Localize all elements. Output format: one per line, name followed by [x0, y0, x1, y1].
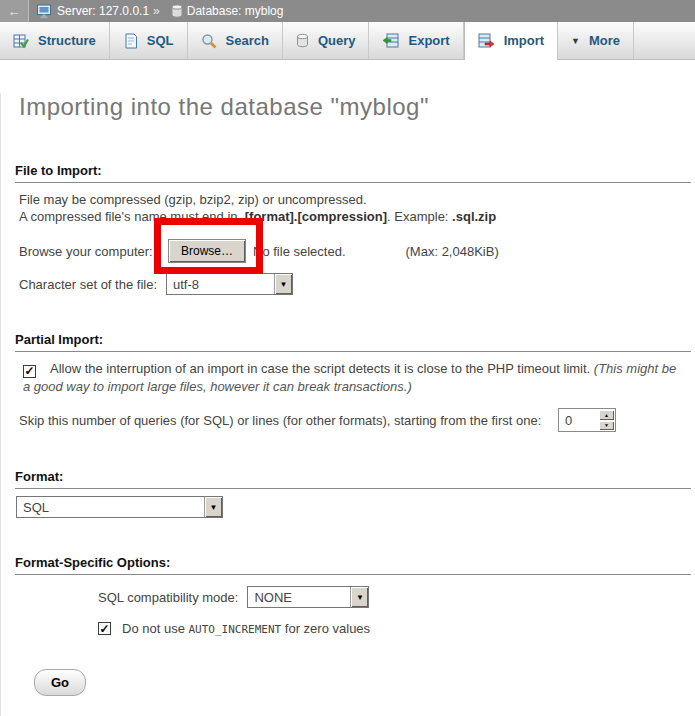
partial-import-option: ✓Allow the interruption of an import in …	[23, 360, 681, 396]
export-icon	[382, 33, 399, 48]
skip-queries-label: Skip this number of queries (for SQL) or…	[19, 413, 558, 428]
sql-compat-row: SQL compatibility mode: NONE ▼	[98, 586, 695, 608]
search-icon	[201, 33, 217, 49]
skip-queries-value: 0	[559, 409, 598, 431]
compression-line1: File may be compressed (gzip, bzip2, zip…	[19, 192, 367, 207]
spinner-buttons: ▲ ▼	[598, 409, 615, 431]
compression-note: File may be compressed (gzip, bzip2, zip…	[19, 191, 695, 225]
sql-compat-label: SQL compatibility mode:	[98, 590, 238, 605]
tab-label: Export	[408, 33, 449, 48]
format-select[interactable]: SQL ▼	[16, 496, 223, 518]
auto-increment-prefix: Do not use	[122, 621, 189, 636]
structure-icon	[13, 33, 29, 49]
tab-sql[interactable]: SQL	[110, 22, 188, 59]
charset-row: Character set of the file: utf-8 ▼	[19, 273, 695, 295]
section-format: Format:	[15, 469, 691, 489]
tab-label: Query	[318, 33, 356, 48]
tab-export[interactable]: Export	[369, 22, 463, 59]
sql-compat-selected-value: NONE	[248, 587, 350, 607]
format-selected-value: SQL	[17, 497, 204, 517]
back-arrow-icon: ←	[8, 4, 21, 19]
back-button[interactable]: ←	[0, 0, 29, 22]
chevron-down-icon[interactable]: ▼	[350, 587, 368, 607]
breadcrumb-database[interactable]: Database: myblog	[187, 4, 284, 18]
auto-increment-checkbox[interactable]: ✓	[98, 622, 111, 635]
tab-label: Search	[226, 33, 269, 48]
breadcrumb-server[interactable]: Server: 127.0.0.1	[57, 4, 149, 18]
go-button[interactable]: Go	[34, 669, 86, 696]
skip-queries-input[interactable]: 0 ▲ ▼	[558, 408, 616, 432]
more-icon: ▼	[571, 36, 580, 46]
auto-increment-row: ✓ Do not use AUTO_INCREMENT for zero val…	[98, 621, 695, 636]
tab-import[interactable]: Import	[464, 22, 558, 60]
charset-select[interactable]: utf-8 ▼	[166, 273, 293, 295]
compression-line2-prefix: A compressed file's name must end in	[19, 209, 241, 224]
tab-label: Import	[504, 33, 544, 48]
charset-selected-value: utf-8	[167, 274, 274, 294]
tab-query[interactable]: Query	[283, 22, 370, 59]
format-row: SQL ▼	[16, 496, 695, 518]
browse-row: Browse your computer: Browse… No file se…	[19, 239, 695, 263]
spin-up-icon[interactable]: ▲	[599, 410, 614, 420]
allow-interrupt-text: Allow the interruption of an import in c…	[50, 361, 594, 376]
auto-increment-label: Do not use AUTO_INCREMENT for zero value…	[122, 621, 370, 636]
compression-example: .sql.zip	[452, 209, 496, 224]
database-icon	[171, 4, 183, 18]
skip-queries-row: Skip this number of queries (for SQL) or…	[19, 408, 616, 432]
sql-compat-select[interactable]: NONE ▼	[247, 586, 369, 608]
charset-label: Character set of the file:	[19, 277, 166, 292]
compression-line2-mid: . Example:	[387, 209, 452, 224]
no-file-selected-text: No file selected.	[253, 244, 346, 259]
import-icon	[478, 33, 495, 48]
chevron-down-icon[interactable]: ▼	[274, 274, 292, 294]
chevron-down-icon[interactable]: ▼	[204, 497, 222, 517]
tab-label: More	[589, 33, 620, 48]
sql-icon	[123, 33, 138, 49]
section-partial-import: Partial Import:	[15, 332, 691, 352]
breadcrumb-separator: »	[153, 4, 160, 18]
allow-interrupt-checkbox[interactable]: ✓	[23, 365, 36, 378]
browse-button[interactable]: Browse…	[168, 239, 246, 263]
breadcrumb-bar: ← Server: 127.0.0.1 » Database: myblog	[0, 0, 695, 22]
tab-label: Structure	[38, 33, 96, 48]
browse-label: Browse your computer:	[19, 244, 168, 259]
page-title: Importing into the database "myblog"	[19, 93, 695, 121]
section-format-options: Format-Specific Options:	[15, 555, 691, 575]
main-content: Importing into the database "myblog" Fil…	[0, 93, 695, 716]
tab-more[interactable]: ▼ More	[558, 22, 634, 59]
tab-label: SQL	[147, 33, 174, 48]
server-icon	[36, 4, 53, 19]
section-file-to-import: File to Import:	[15, 163, 691, 183]
max-size-text: (Max: 2,048KiB)	[406, 244, 499, 259]
tabbar-filler	[634, 22, 695, 59]
spin-down-icon[interactable]: ▼	[599, 421, 614, 431]
tab-structure[interactable]: Structure	[0, 22, 110, 59]
auto-increment-code: AUTO_INCREMENT	[189, 623, 282, 636]
tab-search[interactable]: Search	[188, 22, 283, 59]
query-icon	[296, 33, 309, 48]
tab-bar: Structure SQL Search Query	[0, 22, 695, 60]
auto-increment-suffix: for zero values	[281, 621, 370, 636]
compression-format-pattern: .[format].[compression]	[241, 209, 387, 224]
